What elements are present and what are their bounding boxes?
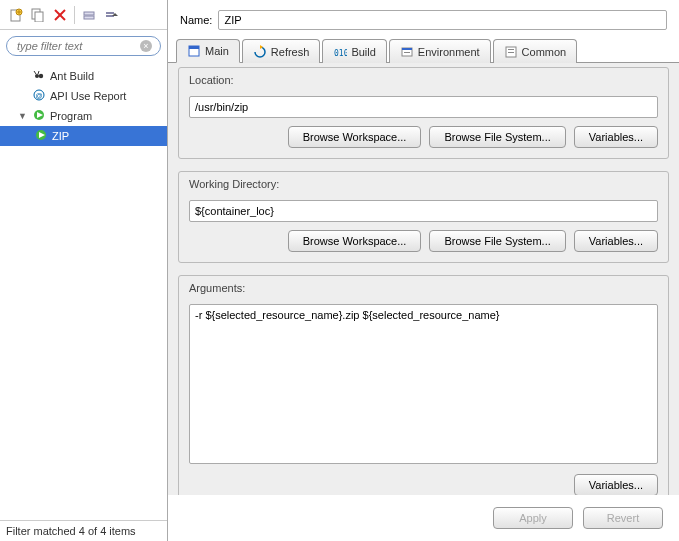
tab-common[interactable]: Common [493, 39, 578, 63]
svg-line-16 [38, 71, 39, 74]
ant-icon [32, 68, 46, 84]
filter-text-input[interactable] [6, 36, 161, 56]
location-group: Location: Browse Workspace... Browse Fil… [178, 67, 669, 159]
workdir-browse-workspace-button[interactable]: Browse Workspace... [288, 230, 422, 252]
tree-item-zip[interactable]: ZIP [0, 126, 167, 146]
name-input[interactable] [218, 10, 667, 30]
arguments-group: Arguments: Variables... Note: Enclose an… [178, 275, 669, 495]
bottom-buttons: Apply Revert [168, 495, 679, 541]
tabs: Main Refresh 010 Build Environment Commo… [168, 38, 679, 63]
api-icon: @ [32, 88, 46, 104]
svg-text:010: 010 [334, 49, 347, 58]
svg-rect-32 [508, 52, 514, 53]
tab-label: Refresh [271, 46, 310, 58]
common-tab-icon [504, 45, 518, 59]
tree-item-program[interactable]: ▼ Program [0, 106, 167, 126]
svg-point-13 [35, 74, 39, 78]
tab-label: Common [522, 46, 567, 58]
tree-item-label: Program [50, 110, 92, 122]
svg-point-14 [39, 74, 43, 78]
form-area: Location: Browse Workspace... Browse Fil… [168, 63, 679, 495]
main-tab-icon [187, 44, 201, 58]
new-config-button[interactable] [6, 5, 26, 25]
collapse-all-button[interactable] [79, 5, 99, 25]
program-icon [34, 128, 48, 144]
svg-rect-24 [189, 46, 199, 49]
tab-main[interactable]: Main [176, 39, 240, 63]
delete-button[interactable] [50, 5, 70, 25]
apply-button[interactable]: Apply [493, 507, 573, 529]
workdir-variables-button[interactable]: Variables... [574, 230, 658, 252]
tree-item-label: ZIP [52, 130, 69, 142]
location-label: Location: [189, 74, 234, 86]
tab-label: Build [351, 46, 375, 58]
location-variables-button[interactable]: Variables... [574, 126, 658, 148]
program-icon [32, 108, 46, 124]
arguments-textarea[interactable] [189, 304, 658, 464]
tab-label: Environment [418, 46, 480, 58]
toolbar-separator [74, 6, 75, 24]
tree-item-api-report[interactable]: @ API Use Report [0, 86, 167, 106]
svg-rect-9 [84, 16, 94, 19]
search-wrap: × [0, 30, 167, 62]
workdir-input[interactable] [189, 200, 658, 222]
name-label: Name: [180, 14, 212, 26]
refresh-tab-icon [253, 45, 267, 59]
toolbar [0, 0, 167, 30]
svg-text:@: @ [35, 92, 42, 99]
config-tree: Ant Build @ API Use Report ▼ Program ZIP [0, 62, 167, 520]
svg-rect-31 [508, 49, 514, 50]
name-row: Name: [168, 0, 679, 38]
tree-item-label: Ant Build [50, 70, 94, 82]
duplicate-button[interactable] [28, 5, 48, 25]
location-browse-filesystem-button[interactable]: Browse File System... [429, 126, 565, 148]
svg-line-15 [34, 71, 36, 74]
svg-rect-29 [404, 52, 410, 53]
location-input[interactable] [189, 96, 658, 118]
revert-button[interactable]: Revert [583, 507, 663, 529]
tree-item-label: API Use Report [50, 90, 126, 102]
tree-item-ant-build[interactable]: Ant Build [0, 66, 167, 86]
right-panel: Name: Main Refresh 010 Build Environment [168, 0, 679, 541]
left-panel: × Ant Build @ API Use Report ▼ Program Z… [0, 0, 168, 541]
tab-environment[interactable]: Environment [389, 39, 491, 63]
workdir-browse-filesystem-button[interactable]: Browse File System... [429, 230, 565, 252]
tab-refresh[interactable]: Refresh [242, 39, 321, 63]
svg-rect-5 [35, 12, 43, 22]
svg-rect-8 [84, 12, 94, 15]
build-tab-icon: 010 [333, 45, 347, 59]
tab-build[interactable]: 010 Build [322, 39, 386, 63]
environment-tab-icon [400, 45, 414, 59]
filter-menu-button[interactable] [101, 5, 121, 25]
svg-rect-10 [106, 12, 114, 14]
location-browse-workspace-button[interactable]: Browse Workspace... [288, 126, 422, 148]
arguments-label: Arguments: [189, 282, 245, 294]
tree-arrow-expanded[interactable]: ▼ [18, 111, 28, 121]
svg-rect-28 [402, 48, 412, 50]
workdir-group: Working Directory: Browse Workspace... B… [178, 171, 669, 263]
filter-status: Filter matched 4 of 4 items [0, 520, 167, 541]
clear-filter-icon[interactable]: × [140, 40, 152, 52]
workdir-label: Working Directory: [189, 178, 279, 190]
arguments-variables-button[interactable]: Variables... [574, 474, 658, 495]
tab-label: Main [205, 45, 229, 57]
